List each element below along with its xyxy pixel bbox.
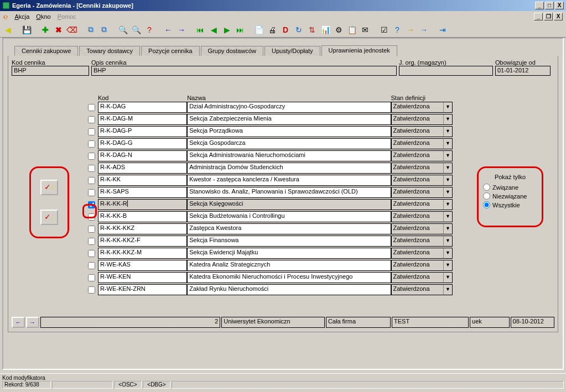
row-kod[interactable]: R-WE-KEN	[98, 272, 187, 283]
row-checkbox[interactable]	[88, 226, 95, 233]
row-nazwa[interactable]: Dział Administracyjno-Gospodarczy	[187, 102, 391, 113]
row-stan-combo[interactable]: Zatwierdzona▼	[391, 211, 453, 222]
row-checkbox[interactable]	[88, 104, 95, 111]
row-stan-combo[interactable]: Zatwierdzona▼	[391, 236, 453, 247]
table-row[interactable]: R-K-DAG-GSekcja GospodarczaZatwierdzona▼	[86, 138, 453, 150]
row-nazwa[interactable]: Sekcja Finansowa	[187, 236, 391, 247]
row-checkbox[interactable]	[88, 286, 95, 294]
row-checkbox[interactable]	[88, 274, 95, 281]
row-kod[interactable]: R-K-KK-R	[98, 199, 187, 210]
row-kod[interactable]: R-K-DAG-P	[98, 126, 187, 137]
table-row[interactable]: R-K-DAG-NSekcja Administrowania Nierucho…	[86, 150, 453, 162]
row-nazwa[interactable]: Zastępca Kwestora	[187, 223, 391, 234]
row-checkbox[interactable]	[88, 201, 95, 208]
mdi-restore-button[interactable]: ❐	[544, 13, 553, 20]
tb-tools-icon[interactable]: ⚙	[333, 24, 344, 35]
row-stan-combo[interactable]: Zatwierdzona▼	[391, 126, 453, 137]
menu-pomoc[interactable]: Pomoc	[58, 13, 76, 20]
row-stan-combo[interactable]: Zatwierdzona▼	[391, 187, 453, 198]
tb-add-icon[interactable]: ✚	[40, 24, 51, 35]
tab-grupy[interactable]: Grupy dostawców	[201, 46, 263, 56]
table-row[interactable]: R-WE-KASKatedra Analiz StrategicznychZat…	[86, 259, 453, 271]
tab-pozycje[interactable]: Pozycje cennika	[141, 46, 200, 56]
table-row[interactable]: R-WE-KENKatedra Ekonomiki Nieruchomości …	[86, 271, 453, 284]
chevron-down-icon[interactable]: ▼	[443, 114, 452, 124]
tb-go-icon[interactable]: →	[405, 24, 416, 35]
tb-delete-icon[interactable]: ✖	[53, 24, 64, 35]
tab-cenniki[interactable]: Cenniki zakupowe	[14, 46, 78, 56]
filter-wszystkie-radio[interactable]	[483, 201, 490, 208]
minimize-button[interactable]: _	[535, 2, 544, 9]
row-nazwa[interactable]: Sekcja Budżetowania i Controllingu	[187, 211, 391, 222]
row-nazwa[interactable]: Sekcja Księgowości	[187, 199, 391, 210]
tb-chart-icon[interactable]: 📊	[320, 24, 331, 35]
tab-upusty[interactable]: Upusty/Dopłaty	[264, 46, 320, 56]
tb-nav-left-icon[interactable]: ←	[163, 24, 174, 35]
close-button[interactable]: X	[555, 2, 564, 9]
tb-doc-icon[interactable]: 📄	[253, 24, 264, 35]
row-stan-combo[interactable]: Zatwierdzona▼	[391, 163, 453, 174]
chevron-down-icon[interactable]: ▼	[443, 187, 452, 197]
bulk-uncheck-all-button[interactable]: ✓−	[40, 210, 58, 225]
row-checkbox[interactable]	[88, 153, 95, 160]
row-nazwa[interactable]: Kwestor - zastępca kanclerza / Kwestura	[187, 175, 391, 186]
table-row[interactable]: R-K-ADSAdministracja Domów StudenckichZa…	[86, 162, 453, 174]
tb-sort-icon[interactable]: ⇅	[307, 24, 318, 35]
tb-go2-icon[interactable]: →	[418, 24, 429, 35]
row-stan-combo[interactable]: Zatwierdzona▼	[391, 272, 453, 283]
tb-help-search-icon[interactable]: ?	[144, 24, 155, 35]
table-row[interactable]: R-K-KK-KKZZastępca KwestoraZatwierdzona▼	[86, 223, 453, 235]
menu-okno[interactable]: Okno	[36, 13, 50, 20]
chevron-down-icon[interactable]: ▼	[443, 212, 452, 222]
row-kod[interactable]: R-WE-KAS	[98, 260, 187, 271]
mdi-minimize-button[interactable]: _	[534, 13, 543, 20]
tb-flag-icon[interactable]: ◀	[2, 24, 13, 35]
tab-uprawnienia[interactable]: Uprawnienia jednostek	[321, 45, 397, 56]
row-checkbox[interactable]	[88, 238, 95, 245]
row-checkbox[interactable]	[88, 128, 95, 135]
row-stan-combo[interactable]: Zatwierdzona▼	[391, 114, 453, 125]
row-nazwa[interactable]: Sekcja Porządkowa	[187, 126, 391, 137]
table-row[interactable]: R-K-KK-BSekcja Budżetowania i Controllin…	[86, 211, 453, 223]
row-checkbox[interactable]	[88, 262, 95, 269]
row-checkbox[interactable]	[88, 116, 95, 123]
tb-last-icon[interactable]: ⏭	[235, 24, 246, 35]
tb-help-icon[interactable]: ?	[392, 24, 403, 35]
tb-tasks-icon[interactable]: ☑	[378, 24, 390, 35]
tb-filter-icon[interactable]: 🔍	[131, 24, 142, 35]
filter-niezwiazane-radio[interactable]	[483, 192, 490, 200]
table-row[interactable]: R-K-KK-KKZ-FSekcja FinansowaZatwierdzona…	[86, 235, 453, 247]
row-kod[interactable]: R-K-ADS	[98, 163, 187, 174]
row-kod[interactable]: R-K-DAG-G	[98, 138, 187, 149]
table-row[interactable]: R-K-DAG-PSekcja PorządkowaZatwierdzona▼	[86, 126, 453, 138]
tb-save-icon[interactable]: 💾	[21, 24, 32, 35]
row-kod[interactable]: R-K-DAG	[98, 102, 187, 113]
tb-clear-icon[interactable]: ⌫	[66, 24, 77, 35]
chevron-down-icon[interactable]: ▼	[443, 102, 452, 112]
chevron-down-icon[interactable]: ▼	[443, 200, 452, 210]
nav-next-button[interactable]: →	[26, 317, 39, 328]
chevron-down-icon[interactable]: ▼	[443, 175, 452, 185]
tb-mail-icon[interactable]: ✉	[360, 24, 371, 35]
row-nazwa[interactable]: Stanowisko ds. Analiz, Planowania i Spra…	[187, 187, 391, 198]
row-kod[interactable]: R-K-DAG-M	[98, 114, 187, 125]
row-nazwa[interactable]: Sekcja Gospodarcza	[187, 138, 391, 149]
tb-nav-right-icon[interactable]: →	[176, 24, 187, 35]
row-checkbox[interactable]	[88, 213, 95, 221]
row-checkbox[interactable]	[88, 140, 95, 148]
tb-d-icon[interactable]: D	[280, 24, 291, 35]
tb-search-icon[interactable]: 🔍	[117, 24, 128, 35]
row-kod[interactable]: R-K-KK	[98, 175, 187, 186]
tb-page-icon[interactable]: 📋	[346, 24, 357, 35]
maximize-button[interactable]: □	[545, 2, 554, 9]
row-nazwa[interactable]: Katedra Ekonomiki Nieruchomości i Proces…	[187, 272, 391, 283]
tb-first-icon[interactable]: ⏮	[195, 24, 206, 35]
row-kod[interactable]: R-K-DAG-N	[98, 150, 187, 161]
menu-akcja[interactable]: Akcja	[14, 13, 29, 20]
table-row[interactable]: R-K-DAG-MSekcja Zabezpieczenia MieniaZat…	[86, 113, 453, 126]
row-nazwa[interactable]: Sekcja Ewidencji Majątku	[187, 248, 391, 259]
row-checkbox[interactable]	[88, 189, 95, 196]
row-kod[interactable]: R-K-SAPS	[98, 187, 187, 198]
row-kod[interactable]: R-K-KK-KKZ	[98, 223, 187, 234]
tb-print-icon[interactable]: 🖨	[267, 24, 278, 35]
